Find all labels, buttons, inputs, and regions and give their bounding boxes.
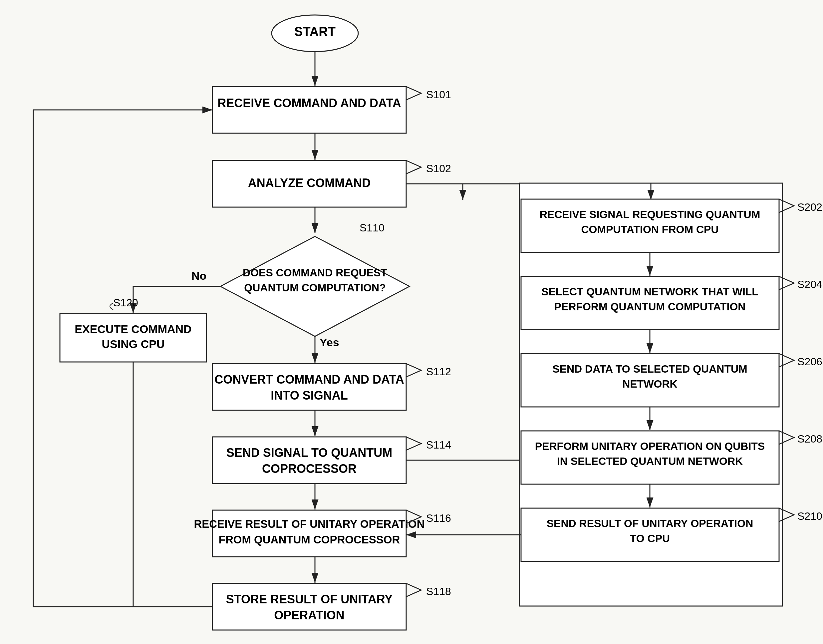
s118-label: S118 bbox=[426, 586, 451, 597]
s116-label: S116 bbox=[426, 512, 451, 524]
s110-label-text: S110 bbox=[360, 222, 385, 234]
s101-text-line1: RECEIVE COMMAND AND DATA bbox=[218, 96, 401, 110]
s208-label: S208 bbox=[797, 433, 822, 445]
s204-text-line1: SELECT QUANTUM NETWORK THAT WILL bbox=[541, 286, 759, 298]
svg-marker-19 bbox=[212, 583, 406, 630]
s208-text-line2: IN SELECTED QUANTUM NETWORK bbox=[557, 455, 743, 467]
s206-text-line2: NETWORK bbox=[622, 378, 677, 390]
s112-label: S112 bbox=[426, 366, 451, 377]
s102-label: S102 bbox=[426, 163, 451, 175]
s202-label: S202 bbox=[797, 201, 822, 213]
s101-label: S101 bbox=[426, 89, 451, 101]
s110-text-line1: DOES COMMAND REQUEST bbox=[243, 267, 387, 279]
s208-text-line1: PERFORM UNITARY OPERATION ON QUBITS bbox=[535, 440, 765, 452]
s110-text-line2: QUANTUM COMPUTATION? bbox=[244, 282, 386, 294]
s112-text-line2: INTO SIGNAL bbox=[271, 389, 348, 402]
s112-text-line1: CONVERT COMMAND AND DATA bbox=[215, 373, 404, 386]
flowchart-diagram: START RECEIVE COMMAND AND DATA S101 ANAL… bbox=[0, 0, 823, 644]
s118-text-line1: STORE RESULT OF UNITARY bbox=[226, 592, 393, 606]
s206-text-line1: SEND DATA TO SELECTED QUANTUM bbox=[552, 363, 747, 375]
s116-text-line2: FROM QUANTUM COPROCESSOR bbox=[219, 534, 400, 546]
s210-label: S210 bbox=[797, 510, 822, 522]
s102-text: ANALYZE COMMAND bbox=[248, 176, 371, 190]
s204-text-line2: PERFORM QUANTUM COMPUTATION bbox=[554, 301, 746, 313]
yes-label: Yes bbox=[320, 336, 339, 349]
s120-text-line1: EXECUTE COMMAND bbox=[75, 323, 192, 335]
s210-text-line1: SEND RESULT OF UNITARY OPERATION bbox=[547, 517, 753, 529]
s118-text-line2: OPERATION bbox=[274, 609, 344, 622]
s202-text-line2: COMPUTATION FROM CPU bbox=[581, 224, 719, 235]
s204-label: S204 bbox=[797, 278, 822, 290]
s120-text-line2: USING CPU bbox=[102, 338, 165, 350]
s116-text-line1: RECEIVE RESULT OF UNITARY OPERATION bbox=[194, 518, 425, 530]
s206-label: S206 bbox=[797, 356, 822, 368]
s120-label: S120 bbox=[113, 297, 138, 309]
svg-marker-13 bbox=[212, 363, 406, 410]
s114-text-line2: COPROCESSOR bbox=[262, 462, 357, 475]
svg-marker-15 bbox=[212, 437, 406, 483]
svg-marker-4 bbox=[212, 87, 406, 133]
start-label: START bbox=[294, 25, 336, 38]
s202-text-line1: RECEIVE SIGNAL REQUESTING QUANTUM bbox=[539, 209, 760, 221]
s114-text-line1: SEND SIGNAL TO QUANTUM bbox=[227, 446, 392, 460]
s114-label: S114 bbox=[426, 439, 451, 451]
s210-text-line2: TO CPU bbox=[630, 532, 670, 544]
no-label: No bbox=[192, 269, 207, 282]
